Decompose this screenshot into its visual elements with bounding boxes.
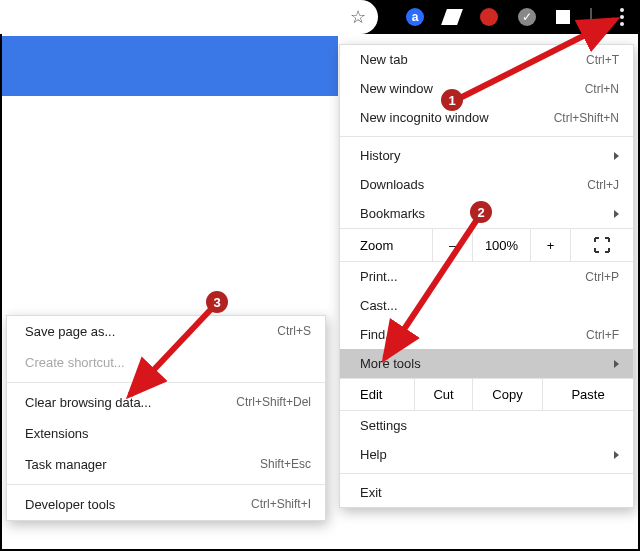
label: History bbox=[360, 148, 400, 163]
annotation-badge-3: 3 bbox=[206, 291, 228, 313]
submenu-task-manager[interactable]: Task manager Shift+Esc bbox=[7, 449, 325, 480]
extension-a-icon[interactable]: a bbox=[406, 8, 424, 26]
chevron-right-icon bbox=[614, 360, 619, 368]
menu-exit[interactable]: Exit bbox=[340, 478, 633, 507]
label: Exit bbox=[360, 485, 382, 500]
zoom-label: Zoom bbox=[340, 229, 432, 261]
chevron-right-icon bbox=[614, 451, 619, 459]
extension-pen-icon[interactable] bbox=[441, 9, 463, 25]
chevron-right-icon bbox=[614, 210, 619, 218]
submenu-save-page-as[interactable]: Save page as... Ctrl+S bbox=[7, 316, 325, 347]
extension-square-icon[interactable] bbox=[556, 10, 570, 24]
label: Find... bbox=[360, 327, 396, 342]
shortcut: Ctrl+T bbox=[586, 53, 619, 67]
submenu-create-shortcut: Create shortcut... bbox=[7, 347, 325, 378]
shortcut: Shift+Esc bbox=[260, 457, 311, 472]
edit-label: Edit bbox=[340, 379, 414, 410]
shortcut: Ctrl+Shift+I bbox=[251, 497, 311, 512]
zoom-plus-button[interactable]: + bbox=[530, 229, 570, 261]
menu-more-tools[interactable]: More tools bbox=[340, 349, 633, 378]
menu-cast[interactable]: Cast... bbox=[340, 291, 633, 320]
extension-red-icon[interactable] bbox=[480, 8, 498, 26]
menu-history[interactable]: History bbox=[340, 141, 633, 170]
shortcut: Ctrl+S bbox=[277, 324, 311, 339]
more-tools-submenu: Save page as... Ctrl+S Create shortcut..… bbox=[6, 315, 326, 521]
label: New tab bbox=[360, 52, 408, 67]
shortcut: Ctrl+N bbox=[585, 82, 619, 96]
extension-check-icon[interactable]: ✓ bbox=[518, 8, 536, 26]
browser-toolbar: ☆ a ✓ bbox=[0, 0, 640, 34]
page-header-blue bbox=[2, 36, 338, 96]
shortcut: Ctrl+Shift+N bbox=[554, 111, 619, 125]
menu-help[interactable]: Help bbox=[340, 440, 633, 469]
menu-edit-row: Edit Cut Copy Paste bbox=[340, 378, 633, 411]
annotation-badge-2: 2 bbox=[470, 201, 492, 223]
label: Extensions bbox=[25, 426, 89, 441]
label: More tools bbox=[360, 356, 421, 371]
shortcut: Ctrl+Shift+Del bbox=[236, 395, 311, 410]
label: Save page as... bbox=[25, 324, 115, 339]
label: Bookmarks bbox=[360, 206, 425, 221]
chevron-right-icon bbox=[614, 152, 619, 160]
omnibox-end: ☆ bbox=[0, 0, 378, 34]
label: New window bbox=[360, 81, 433, 96]
menu-print[interactable]: Print... Ctrl+P bbox=[340, 262, 633, 291]
shortcut: Ctrl+J bbox=[587, 178, 619, 192]
label: Cast... bbox=[360, 298, 398, 313]
chrome-menu-button[interactable] bbox=[612, 8, 632, 26]
shortcut: Ctrl+P bbox=[585, 270, 619, 284]
edit-copy-button[interactable]: Copy bbox=[472, 379, 542, 410]
label: Clear browsing data... bbox=[25, 395, 151, 410]
shortcut: Ctrl+F bbox=[586, 328, 619, 342]
fullscreen-icon bbox=[594, 237, 610, 253]
label: Developer tools bbox=[25, 497, 115, 512]
annotation-badge-1: 1 bbox=[441, 89, 463, 111]
submenu-developer-tools[interactable]: Developer tools Ctrl+Shift+I bbox=[7, 489, 325, 520]
toolbar-separator bbox=[590, 8, 592, 26]
menu-new-incognito[interactable]: New incognito window Ctrl+Shift+N bbox=[340, 103, 633, 132]
label: Settings bbox=[360, 418, 407, 433]
menu-new-tab[interactable]: New tab Ctrl+T bbox=[340, 45, 633, 74]
bookmark-star-icon[interactable]: ☆ bbox=[350, 6, 366, 28]
zoom-value: 100% bbox=[472, 229, 530, 261]
edit-paste-button[interactable]: Paste bbox=[542, 379, 633, 410]
label: Downloads bbox=[360, 177, 424, 192]
menu-settings[interactable]: Settings bbox=[340, 411, 633, 440]
zoom-minus-button[interactable]: – bbox=[432, 229, 472, 261]
label: Create shortcut... bbox=[25, 355, 125, 370]
chrome-main-menu: New tab Ctrl+T New window Ctrl+N New inc… bbox=[339, 44, 634, 508]
label: Print... bbox=[360, 269, 398, 284]
label: Help bbox=[360, 447, 387, 462]
submenu-clear-browsing-data[interactable]: Clear browsing data... Ctrl+Shift+Del bbox=[7, 387, 325, 418]
fullscreen-button[interactable] bbox=[570, 229, 633, 261]
label: New incognito window bbox=[360, 110, 489, 125]
menu-find[interactable]: Find... Ctrl+F bbox=[340, 320, 633, 349]
submenu-extensions[interactable]: Extensions bbox=[7, 418, 325, 449]
menu-new-window[interactable]: New window Ctrl+N bbox=[340, 74, 633, 103]
menu-zoom-row: Zoom – 100% + bbox=[340, 228, 633, 262]
label: Task manager bbox=[25, 457, 107, 472]
menu-downloads[interactable]: Downloads Ctrl+J bbox=[340, 170, 633, 199]
edit-cut-button[interactable]: Cut bbox=[414, 379, 472, 410]
